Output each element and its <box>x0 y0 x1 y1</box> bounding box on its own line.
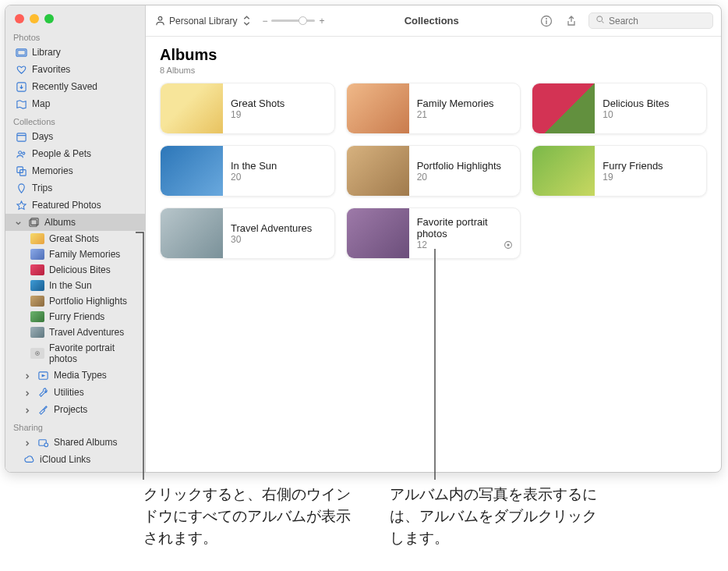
album-card[interactable]: Delicious Bites10 <box>532 83 707 134</box>
sidebar-item-recently-saved[interactable]: Recently Saved <box>5 78 145 95</box>
svg-point-12 <box>37 353 38 354</box>
person-icon <box>154 15 166 27</box>
album-count: 20 <box>231 172 277 183</box>
chevron-right-icon <box>24 388 32 396</box>
album-card[interactable]: Portfolio Highlights20 <box>346 145 521 197</box>
album-name: Delicious Bites <box>603 98 669 109</box>
album-card[interactable]: Favorite portrait photos12 <box>346 207 521 259</box>
fullscreen-window-button[interactable] <box>44 14 54 23</box>
page-title: Albums <box>160 46 707 64</box>
toolbar-title: Collections <box>405 15 459 27</box>
svg-point-16 <box>158 16 162 20</box>
sidebar-album-great-shots[interactable]: Great Shots <box>5 231 145 246</box>
sidebar-item-featured-photos[interactable]: Featured Photos <box>5 197 145 214</box>
content-area: Albums 8 Albums Great Shots19 Family Mem… <box>146 37 721 472</box>
svg-rect-1 <box>17 50 24 55</box>
library-icon <box>15 46 27 59</box>
album-card[interactable]: Travel Adventures30 <box>160 207 335 259</box>
sidebar-item-label: Furry Friends <box>49 311 104 322</box>
album-thumbnail <box>30 233 44 244</box>
album-thumbnail <box>30 249 44 260</box>
shared-icon <box>37 436 49 449</box>
calendar-icon <box>15 130 27 143</box>
sidebar-item-label: Map <box>32 98 50 109</box>
window-controls <box>5 5 145 28</box>
album-name: In the Sun <box>231 160 277 172</box>
slider-knob[interactable] <box>299 16 307 25</box>
updown-icon <box>240 15 253 27</box>
close-window-button[interactable] <box>15 14 24 23</box>
sidebar-album-favorite-portrait[interactable]: Favorite portrait photos <box>5 340 145 367</box>
chevron-right-icon <box>24 371 32 379</box>
share-button[interactable] <box>564 13 579 29</box>
sidebar-item-albums[interactable]: Albums <box>5 214 145 231</box>
svg-point-5 <box>18 151 21 154</box>
album-card[interactable]: Furry Friends19 <box>532 145 707 197</box>
search-input[interactable] <box>609 16 706 27</box>
sidebar-album-delicious-bites[interactable]: Delicious Bites <box>5 262 145 278</box>
sidebar-item-label: Media Types <box>54 370 107 381</box>
info-button[interactable] <box>539 13 554 29</box>
sidebar-album-travel-adventures[interactable]: Travel Adventures <box>5 325 145 340</box>
sidebar-item-label: Memories <box>32 165 73 176</box>
sidebar-item-icloud-links[interactable]: iCloud Links <box>5 451 145 468</box>
toolbar: Personal Library − + Collections <box>146 5 721 37</box>
album-name: Great Shots <box>231 98 284 109</box>
media-icon <box>37 369 49 381</box>
gear-icon <box>503 239 514 254</box>
sidebar-item-label: iCloud Links <box>40 454 90 465</box>
sidebar-header-sharing: Sharing <box>5 418 145 434</box>
sidebar-item-label: People & Pets <box>32 148 91 159</box>
sidebar: Photos Library Favorites Recently Saved … <box>5 5 146 472</box>
sidebar-item-label: Trips <box>32 183 52 193</box>
sidebar-album-family-memories[interactable]: Family Memories <box>5 246 145 262</box>
album-cover <box>347 145 409 197</box>
svg-point-6 <box>22 152 24 154</box>
svg-point-18 <box>546 18 547 20</box>
sidebar-item-days[interactable]: Days <box>5 128 145 145</box>
sidebar-item-utilities[interactable]: Utilities <box>5 384 145 401</box>
sidebar-item-projects[interactable]: Projects <box>5 401 145 418</box>
zoom-out-label: − <box>262 16 267 27</box>
sidebar-item-map[interactable]: Map <box>5 95 145 112</box>
sidebar-album-portfolio-highlights[interactable]: Portfolio Highlights <box>5 293 145 309</box>
memories-icon <box>15 165 27 177</box>
album-count: 12 <box>417 239 513 250</box>
sidebar-header-photos: Photos <box>5 28 145 44</box>
minimize-window-button[interactable] <box>30 14 39 23</box>
sidebar-item-library[interactable]: Library <box>5 44 145 61</box>
sidebar-item-media-types[interactable]: Media Types <box>5 367 145 384</box>
library-name: Personal Library <box>169 16 237 27</box>
sidebar-item-people-pets[interactable]: People & Pets <box>5 145 145 162</box>
sidebar-item-shared-albums[interactable]: Shared Albums <box>5 434 145 451</box>
album-cover <box>532 83 595 134</box>
search-field[interactable] <box>588 12 713 29</box>
album-card[interactable]: In the Sun20 <box>160 145 335 197</box>
album-thumbnail <box>30 296 44 307</box>
album-thumbnail <box>30 327 44 338</box>
wrench-icon <box>37 386 49 399</box>
sidebar-item-memories[interactable]: Memories <box>5 162 145 179</box>
sidebar-item-label: Favorite portrait photos <box>49 342 139 364</box>
zoom-slider[interactable]: − + <box>262 16 324 27</box>
albums-icon <box>27 216 40 229</box>
sidebar-item-label: Utilities <box>54 387 84 398</box>
search-icon <box>595 15 605 27</box>
album-card[interactable]: Great Shots19 <box>160 83 335 134</box>
sidebar-album-in-the-sun[interactable]: In the Sun <box>5 278 145 293</box>
album-card[interactable]: Family Memories21 <box>346 83 521 134</box>
main-panel: Personal Library − + Collections Albums … <box>146 5 721 472</box>
sidebar-album-furry-friends[interactable]: Furry Friends <box>5 309 145 325</box>
chevron-down-icon <box>15 218 23 226</box>
svg-point-20 <box>597 16 603 22</box>
album-name: Travel Adventures <box>231 222 312 234</box>
library-dropdown[interactable]: Personal Library <box>154 15 253 27</box>
sidebar-item-label: Delicious Bites <box>49 264 111 275</box>
sidebar-item-label: Albums <box>44 217 76 228</box>
slider-track[interactable] <box>271 20 315 22</box>
sidebar-item-label: Projects <box>54 404 87 415</box>
page-subtitle: 8 Albums <box>160 66 707 75</box>
sidebar-item-favorites[interactable]: Favorites <box>5 61 145 78</box>
album-count: 20 <box>417 172 501 183</box>
sidebar-item-trips[interactable]: Trips <box>5 179 145 197</box>
